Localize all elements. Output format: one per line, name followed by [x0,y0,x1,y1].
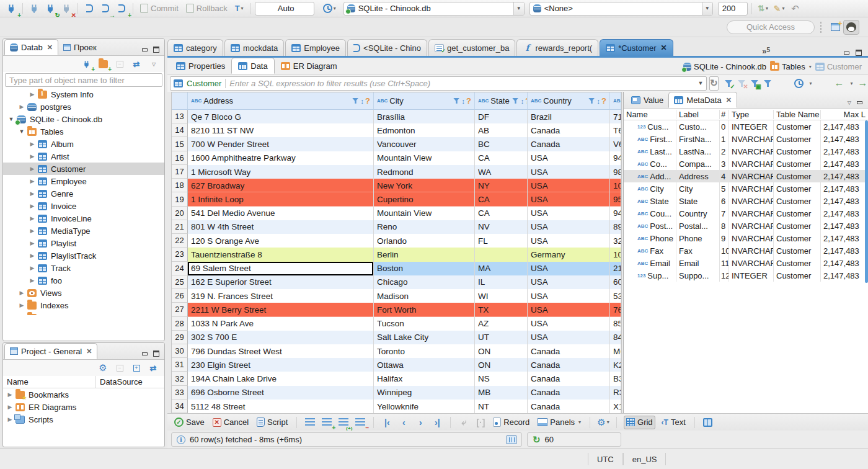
presentation-settings-button[interactable]: ⚙▾ [597,416,609,429]
metadata-row[interactable]: ABC Phone Phone 9 NVARCHAR Customer 2,14… [624,232,868,244]
row-number[interactable]: 23 [172,248,188,261]
cell-ordinal[interactable]: 7 [720,207,729,220]
cell-address[interactable]: 696 Osborne Street [188,386,374,400]
save-filter-icon[interactable]: ▣ [751,79,759,87]
editor-tab[interactable]: mockdata ✕ [224,39,284,56]
disconnect-button[interactable]: ✕ [59,1,74,16]
filter-icon[interactable] [588,97,595,104]
row-number[interactable]: 27 [172,303,188,316]
record-mode-button[interactable]: Record [491,416,531,429]
cell-ordinal[interactable]: 12 [720,269,729,282]
tree-item[interactable]: ER Diagrams [3,401,164,413]
apply-filter-icon[interactable]: ✓ [725,79,733,87]
cell-label[interactable]: FirstNa... [676,133,720,145]
cell-type[interactable]: INTEGER [729,120,774,133]
fetch-size-input[interactable]: 200 [718,2,748,16]
cell-state[interactable]: CA [475,151,528,165]
cell-table-name[interactable]: Customer [774,232,821,244]
cell-address[interactable]: 194A Chain Lake Drive [188,372,374,385]
breadcrumb-table[interactable]: Customer [815,62,862,71]
cell-partial[interactable]: 10 [610,179,621,192]
cell-column-name[interactable]: ABC Cou... [624,207,676,220]
cell-type[interactable]: NVARCHAR [729,195,774,207]
tree-item[interactable]: Album [3,138,164,150]
column-header-state[interactable]: ABC State ↕? [475,92,528,109]
expand-arrow-icon[interactable] [7,416,13,422]
metadata-row[interactable]: ABC Cou... Country 7 NVARCHAR Customer 2… [624,207,868,220]
cell-country[interactable]: USA [528,207,610,220]
row-number[interactable]: 19 [172,192,188,206]
cell-city[interactable]: Halifax [374,372,475,385]
cell-state[interactable]: NS [475,372,528,385]
cell-country[interactable]: Canada [528,358,610,372]
cell-city[interactable]: Chicago [374,275,475,289]
expand-arrow-icon[interactable] [29,252,35,259]
expand-all-button[interactable]: + [130,362,143,374]
cell-table-name[interactable]: Customer [774,120,821,133]
cell-state[interactable]: NT [475,400,528,413]
cell-max-length[interactable]: 2,147,483 [821,195,868,207]
recent-sql-editor-button[interactable]: → [98,1,113,16]
compare-button[interactable]: ⇅▾ [756,1,771,16]
expand-arrow-icon[interactable] [29,190,35,197]
cell-address[interactable]: 1 Microsoft Way [188,165,374,179]
sort-icon[interactable]: ↕ [462,97,466,105]
tree-item[interactable]: Playlist [3,237,164,249]
auto-refresh-clock-icon[interactable] [794,79,804,88]
metadata-row[interactable]: ABC First... FirstNa... 1 NVARCHAR Custo… [624,133,868,145]
cell-address[interactable]: 541 Del Medio Avenue [188,207,374,220]
cell-address[interactable]: 796 Dundas Street West [188,344,374,358]
cell-partial[interactable]: 94 [610,151,621,165]
cell-partial[interactable]: 94 [610,207,621,220]
expand-arrow-icon[interactable] [7,391,13,398]
cell-partial[interactable]: 21 [610,262,621,275]
tab-value[interactable]: Value [626,92,668,108]
cell-state[interactable]: MB [475,386,528,400]
row-number-header[interactable] [172,92,188,109]
cell-city[interactable]: Redmond [374,165,475,179]
locale-indicator[interactable]: en_US [623,453,666,465]
transaction-log-button[interactable]: ▾ [322,1,337,16]
row-number[interactable]: 33 [172,386,188,400]
cell-city[interactable]: Boston [374,262,475,275]
cell-label[interactable]: Email [676,257,720,269]
add-row-button[interactable]: + [321,416,333,429]
cell-type[interactable]: NVARCHAR [729,133,774,145]
expand-arrow-icon[interactable] [7,404,13,410]
metadata-row[interactable]: ABC Fax Fax 10 NVARCHAR Customer 2,147,4… [624,244,868,257]
transaction-mode-button[interactable]: T▾ [232,1,247,16]
timezone-indicator[interactable]: UTC [588,453,623,465]
cell-country[interactable]: Canada [528,400,610,413]
cell-country[interactable]: USA [528,331,610,344]
tree-item[interactable]: InvoiceLine [3,212,164,225]
cell-state[interactable]: ON [475,358,528,372]
tree-item[interactable]: SQLite - Chinook.db [3,113,164,125]
tree-item[interactable]: Genre [3,187,164,200]
expand-arrow-icon[interactable] [29,277,35,284]
column-label[interactable]: Label [676,110,720,119]
cell-ordinal[interactable]: 0 [720,120,729,133]
cell-type[interactable]: NVARCHAR [729,232,774,244]
cell-ordinal[interactable]: 8 [720,220,729,232]
cell-city[interactable]: Yellowknife [374,400,475,413]
editor-tab[interactable]: <SQLite - Chino ✕ [347,39,427,56]
cell-state[interactable]: AZ [475,317,528,331]
cell-state[interactable]: MA [475,262,528,275]
cell-country[interactable]: Canada [528,386,610,400]
cell-address[interactable]: Tauentzienstraße 8 [188,248,374,261]
row-number[interactable]: 29 [172,331,188,344]
script-button[interactable]: Script [255,416,290,429]
cell-state[interactable]: AB [475,123,528,137]
cell-partial[interactable]: M6 [610,344,621,358]
calculate-button[interactable] [702,416,714,429]
auto-refresh-box[interactable]: ↻ 60 [527,432,621,447]
cell-table-name[interactable]: Customer [774,133,821,145]
cell-address[interactable]: 120 S Orange Ave [188,234,374,248]
cell-max-length[interactable]: 2,147,483 [821,182,868,195]
filter-icon[interactable] [512,97,518,104]
previous-row-button[interactable]: ‹ [397,416,410,429]
cell-partial[interactable]: B3 [610,372,621,385]
cell-city[interactable]: Orlando [374,234,475,248]
cell-address[interactable]: 162 E Superior Street [188,275,374,289]
cell-label[interactable]: Compa... [676,158,720,170]
